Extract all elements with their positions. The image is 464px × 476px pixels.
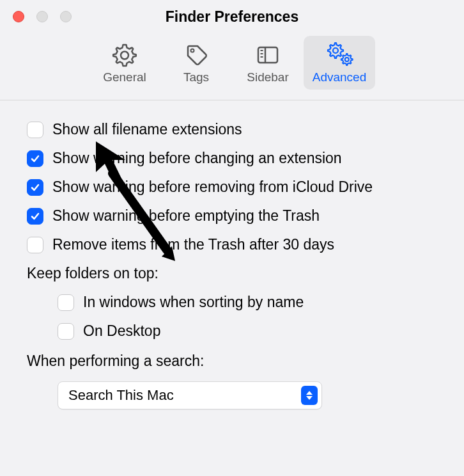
tab-advanced[interactable]: Advanced: [304, 36, 375, 90]
option-label: Remove items from the Trash after 30 day…: [52, 236, 334, 253]
svg-rect-2: [258, 47, 277, 63]
checkbox-warn-icloud[interactable]: [27, 179, 43, 196]
option-warn-extension: Show warning before changing an extensio…: [27, 150, 437, 167]
gear-icon: [112, 41, 137, 69]
heading-search: When performing a search:: [27, 353, 437, 370]
checkbox-warn-extension[interactable]: [27, 150, 43, 167]
titlebar: Finder Preferences: [0, 0, 464, 33]
search-select[interactable]: Search This Mac: [58, 381, 322, 409]
checkbox-auto-trash[interactable]: [27, 237, 43, 253]
search-select-wrapper: Search This Mac: [58, 381, 437, 409]
tab-sidebar[interactable]: Sidebar: [232, 36, 304, 90]
minimize-button[interactable]: [36, 11, 48, 22]
option-label: Show all filename extensions: [52, 121, 242, 138]
option-folders-desktop: On Desktop: [27, 322, 437, 340]
select-arrows-icon: [301, 386, 318, 405]
svg-point-0: [121, 52, 128, 60]
option-warn-trash: Show warning before emptying the Trash: [27, 207, 437, 225]
option-warn-icloud: Show warning before removing from iCloud…: [27, 178, 437, 196]
gears-icon: [324, 41, 355, 69]
tab-tags[interactable]: Tags: [160, 36, 232, 90]
close-button[interactable]: [13, 11, 24, 22]
option-label: Show warning before emptying the Trash: [52, 207, 320, 225]
maximize-button[interactable]: [60, 11, 72, 22]
option-label: Show warning before changing an extensio…: [52, 150, 342, 167]
option-auto-trash: Remove items from the Trash after 30 day…: [27, 236, 437, 253]
tab-label: Sidebar: [247, 70, 289, 84]
svg-point-1: [191, 49, 194, 52]
heading-folders: Keep folders on top:: [27, 265, 437, 282]
option-label: In windows when sorting by name: [83, 294, 304, 311]
checkbox-show-extensions[interactable]: [27, 122, 43, 138]
tab-label: Advanced: [313, 70, 367, 84]
traffic-lights: [13, 11, 72, 22]
tab-general[interactable]: General: [89, 36, 160, 90]
option-label: On Desktop: [83, 322, 160, 340]
content: Show all filename extensions Show warnin…: [0, 100, 464, 430]
tab-label: General: [103, 70, 146, 84]
tab-label: Tags: [183, 70, 209, 84]
toolbar: General Tags Sidebar: [0, 33, 464, 100]
option-folders-windows: In windows when sorting by name: [27, 294, 437, 311]
svg-point-8: [345, 58, 349, 61]
option-show-extensions: Show all filename extensions: [27, 121, 437, 138]
checkbox-warn-trash[interactable]: [27, 208, 43, 225]
svg-point-7: [333, 48, 338, 53]
checkbox-folders-windows[interactable]: [58, 294, 74, 311]
option-label: Show warning before removing from iCloud…: [52, 178, 373, 196]
checkbox-folders-desktop[interactable]: [58, 323, 74, 340]
tag-icon: [183, 41, 209, 69]
sidebar-icon: [255, 41, 281, 69]
select-value: Search This Mac: [68, 387, 174, 404]
